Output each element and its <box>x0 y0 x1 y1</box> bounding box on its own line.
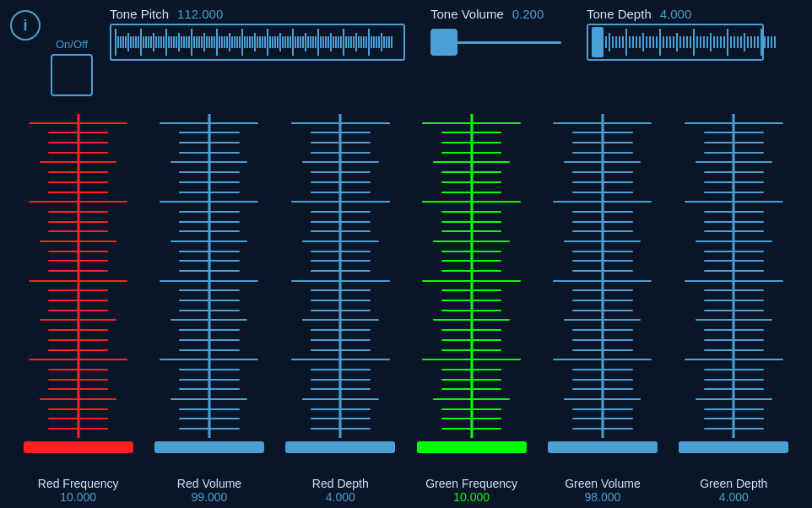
green-frequency-val: 10.000 <box>453 490 490 504</box>
red-frequency-slider[interactable] <box>24 114 133 453</box>
tone-volume-label: Tone Volume <box>430 7 504 21</box>
tone-pitch-value: 112.000 <box>177 7 223 21</box>
meter-red-depth <box>285 114 395 453</box>
green-frequency-slider[interactable] <box>417 114 527 453</box>
tone-pitch-label: Tone Pitch <box>110 7 169 21</box>
meter-green-depth <box>679 114 788 453</box>
meter-green-frequency <box>417 114 527 453</box>
green-depth-slider[interactable] <box>679 114 788 453</box>
red-volume-slider[interactable] <box>154 114 264 453</box>
green-volume-label: Green Volume <box>565 477 641 490</box>
tone-depth-value: 4.000 <box>660 7 692 21</box>
red-depth-slider[interactable] <box>285 114 395 453</box>
tone-volume-value: 0.200 <box>512 7 544 21</box>
red-depth-val: 4.000 <box>326 490 355 504</box>
onoff-container: On/Off <box>51 38 93 96</box>
red-depth-label: Red Depth <box>312 477 369 490</box>
red-frequency-label: Red Frequency <box>38 477 119 490</box>
labels-row: Red Frequency 10.000 Red Volume 99.000 R… <box>13 477 799 504</box>
meter-red-volume <box>154 114 264 453</box>
green-frequency-label: Green Frequency <box>425 477 517 490</box>
green-volume-slider[interactable] <box>548 114 658 453</box>
meter-red-frequency <box>24 114 133 453</box>
meters-container <box>13 114 799 453</box>
tone-depth-label: Tone Depth <box>587 7 652 21</box>
green-depth-val: 4.000 <box>719 490 749 504</box>
tone-volume-slider[interactable] <box>430 24 561 61</box>
onoff-button[interactable] <box>51 54 93 96</box>
info-button[interactable]: i <box>10 10 41 41</box>
tone-pitch-slider[interactable] <box>110 24 405 61</box>
red-volume-val: 99.000 <box>192 490 228 504</box>
green-depth-label: Green Depth <box>700 477 767 490</box>
red-volume-label: Red Volume <box>177 477 241 490</box>
red-frequency-val: 10.000 <box>60 490 96 504</box>
tone-depth-slider[interactable] <box>587 24 764 61</box>
green-volume-val: 98.000 <box>585 490 621 504</box>
onoff-label: On/Off <box>56 38 88 51</box>
meter-green-volume <box>548 114 658 453</box>
